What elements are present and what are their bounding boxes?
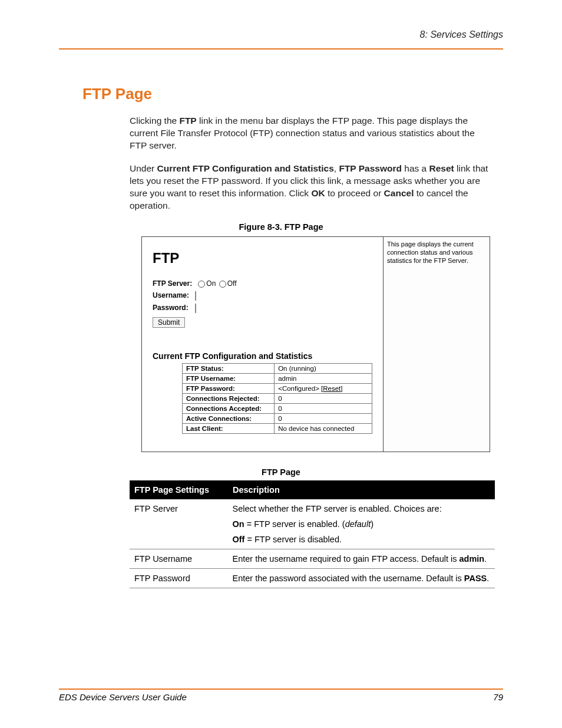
text-fragment: = FTP server is disabled.: [244, 535, 342, 544]
setting-description: Enter the username required to gain FTP …: [228, 549, 495, 569]
text-bold: On: [233, 519, 244, 529]
radio-on-label: On: [206, 279, 216, 288]
table-row: FTP Password Enter the password associat…: [130, 569, 495, 588]
table-row: Active Connections: 0: [183, 414, 372, 424]
reset-link[interactable]: Reset: [323, 385, 340, 392]
stat-key: Last Client:: [183, 424, 275, 434]
text-fragment: ): [371, 519, 373, 529]
intro-paragraph-2: Under Current FTP Configuration and Stat…: [130, 163, 491, 212]
text-italic: default: [345, 519, 371, 529]
radio-off[interactable]: [219, 281, 226, 288]
username-input[interactable]: [195, 291, 196, 301]
page-title: FTP Page: [82, 85, 503, 103]
stat-key: Connections Rejected:: [183, 394, 275, 404]
description-table: FTP Page Settings Description FTP Server…: [130, 480, 495, 588]
text-fragment: .: [484, 554, 487, 564]
stat-value: admin: [275, 374, 372, 384]
stats-table: FTP Status: On (running) FTP Username: a…: [182, 363, 372, 434]
submit-button[interactable]: Submit: [153, 317, 185, 328]
stat-value: On (running): [275, 364, 372, 374]
figure-caption: Figure 8-3. FTP Page: [59, 222, 503, 232]
stat-value: 0: [275, 414, 372, 424]
option-line: Off = FTP server is disabled.: [233, 535, 491, 544]
setting-name: FTP Password: [130, 569, 228, 588]
col-header-description: Description: [228, 480, 495, 499]
option-line: On = FTP server is enabled. (default): [233, 519, 491, 529]
table-row: FTP Server Select whether the FTP server…: [130, 499, 495, 549]
radio-off-label: Off: [227, 279, 237, 288]
text-fragment: Enter the password associated with the u…: [233, 574, 464, 583]
ftp-server-label: FTP Server:: [153, 279, 195, 288]
stats-heading: Current FTP Configuration and Statistics: [153, 351, 372, 361]
figure-main-panel: FTP FTP Server: On Off Username: Passwor…: [142, 237, 383, 452]
figure-side-note: This page displays the current connectio…: [383, 237, 490, 452]
text-bold: Cancel: [384, 188, 414, 198]
stat-key: FTP Password:: [183, 384, 275, 394]
text-line: Select whether the FTP server is enabled…: [233, 504, 491, 513]
page-header: 8: Services Settings: [59, 29, 503, 50]
panel-title: FTP: [153, 250, 372, 266]
setting-name: FTP Server: [130, 499, 228, 549]
footer-page-number: 79: [493, 692, 503, 702]
table-row: Connections Accepted: 0: [183, 404, 372, 414]
text-fragment: <Configured> [: [278, 385, 323, 392]
text-bold: FTP Password: [339, 163, 402, 173]
text-fragment: Under: [130, 163, 157, 173]
stat-value: 0: [275, 394, 372, 404]
password-row: Password:: [153, 304, 372, 312]
intro-paragraph-1: Clicking the FTP link in the menu bar di…: [130, 115, 491, 152]
radio-on[interactable]: [198, 281, 205, 288]
text-bold: PASS: [464, 574, 487, 583]
table-header-row: FTP Page Settings Description: [130, 480, 495, 499]
text-fragment: .: [487, 574, 489, 583]
figure-screenshot: FTP FTP Server: On Off Username: Passwor…: [141, 236, 490, 452]
text-bold: FTP: [179, 116, 196, 126]
footer-rule: [59, 689, 503, 690]
text-bold: OK: [311, 188, 325, 198]
username-label: Username:: [153, 291, 195, 299]
stat-key: FTP Status:: [183, 364, 275, 374]
text-fragment: to proceed or: [325, 188, 384, 198]
text-bold: Current FTP Configuration and Statistics: [157, 163, 334, 173]
setting-name: FTP Username: [130, 549, 228, 569]
table-row: Last Client: No device has connected: [183, 424, 372, 434]
stat-value: <Configured> [Reset]: [275, 384, 372, 394]
footer-doc-title: EDS Device Servers User Guide: [59, 692, 187, 702]
col-header-settings: FTP Page Settings: [130, 480, 228, 499]
text-bold: Off: [233, 535, 245, 544]
text-fragment: ]: [340, 385, 342, 392]
table-row: FTP Username Enter the username required…: [130, 549, 495, 569]
page-footer: EDS Device Servers User Guide 79: [59, 689, 503, 702]
stat-key: FTP Username:: [183, 374, 275, 384]
table-row: FTP Password: <Configured> [Reset]: [183, 384, 372, 394]
setting-description: Select whether the FTP server is enabled…: [228, 499, 495, 549]
stat-value: 0: [275, 404, 372, 414]
text-bold: admin: [459, 554, 484, 564]
desc-table-caption: FTP Page: [59, 467, 503, 477]
table-row: Connections Rejected: 0: [183, 394, 372, 404]
text-fragment: = FTP server is enabled. (: [244, 519, 345, 529]
password-label: Password:: [153, 304, 195, 312]
table-row: FTP Status: On (running): [183, 364, 372, 374]
text-fragment: has a: [402, 163, 429, 173]
stat-key: Connections Accepted:: [183, 404, 275, 414]
setting-description: Enter the password associated with the u…: [228, 569, 495, 588]
password-input[interactable]: [195, 304, 196, 313]
text-fragment: Enter the username required to gain FTP …: [233, 554, 459, 564]
stat-value: No device has connected: [275, 424, 372, 434]
header-rule: [59, 48, 503, 50]
text-fragment: Clicking the: [130, 116, 179, 126]
breadcrumb: 8: Services Settings: [59, 29, 503, 40]
stat-key: Active Connections:: [183, 414, 275, 424]
table-row: FTP Username: admin: [183, 374, 372, 384]
text-bold: Reset: [429, 163, 454, 173]
username-row: Username:: [153, 291, 372, 300]
ftp-server-row: FTP Server: On Off: [153, 279, 372, 288]
